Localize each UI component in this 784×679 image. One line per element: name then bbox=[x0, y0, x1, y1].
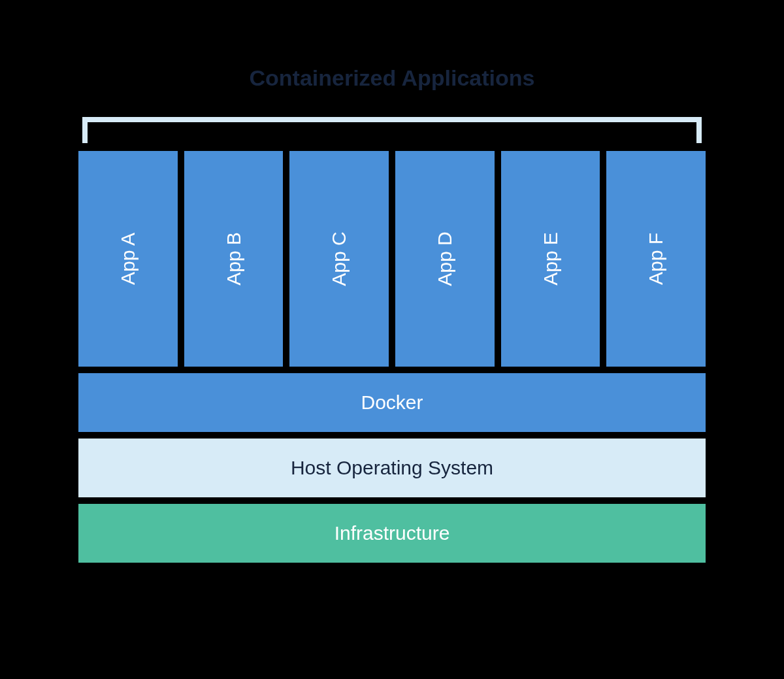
app-label: App D bbox=[434, 231, 456, 286]
docker-layer-label: Docker bbox=[361, 391, 423, 414]
app-label: App F bbox=[645, 233, 667, 285]
app-box-e: App E bbox=[501, 151, 600, 367]
host-os-layer: Host Operating System bbox=[78, 439, 706, 497]
app-label: App A bbox=[117, 233, 139, 285]
host-os-layer-label: Host Operating System bbox=[291, 457, 493, 479]
infrastructure-layer-label: Infrastructure bbox=[335, 522, 450, 544]
app-box-f: App F bbox=[606, 151, 706, 367]
app-box-c: App C bbox=[289, 151, 389, 367]
app-box-a: App A bbox=[78, 151, 178, 367]
docker-layer: Docker bbox=[78, 373, 706, 432]
app-label: App B bbox=[223, 232, 245, 286]
app-label: App C bbox=[328, 231, 350, 286]
container-architecture-diagram: Containerized Applications App A App B A… bbox=[78, 65, 706, 563]
grouping-bracket bbox=[82, 117, 702, 143]
app-label: App E bbox=[540, 232, 562, 286]
infrastructure-layer: Infrastructure bbox=[78, 504, 706, 563]
app-box-b: App B bbox=[184, 151, 284, 367]
diagram-title: Containerized Applications bbox=[78, 65, 706, 91]
app-box-d: App D bbox=[395, 151, 495, 367]
applications-row: App A App B App C App D App E App F bbox=[78, 151, 706, 367]
